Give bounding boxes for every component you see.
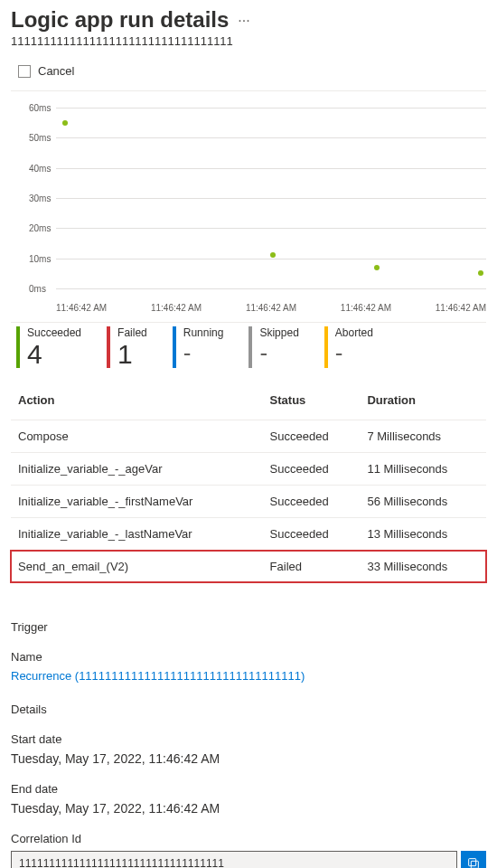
cell-action: Initialize_variable_-_ageVar — [11, 453, 263, 486]
cell-duration: 11 Milliseconds — [360, 453, 486, 486]
chart-data-point[interactable] — [62, 120, 68, 126]
status-value: 4 — [27, 341, 81, 368]
table-row[interactable]: Initialize_variable_-_lastNameVarSucceed… — [11, 518, 486, 551]
chart-y-tick: 20ms — [29, 223, 51, 233]
start-date-label: Start date — [11, 732, 486, 746]
chart-y-tick: 50ms — [29, 133, 51, 143]
start-date-value: Tuesday, May 17, 2022, 11:46:42 AM — [11, 751, 486, 766]
status-bar-icon — [324, 326, 328, 368]
status-card-aborted[interactable]: Aborted- — [324, 326, 373, 368]
chart-gridline — [56, 137, 486, 138]
cell-status: Succeeded — [263, 420, 361, 453]
trigger-name-link[interactable]: Recurrence (1111111111111111111111111111… — [11, 669, 486, 683]
status-summary: Succeeded4Failed1Running-Skipped-Aborted… — [11, 323, 486, 384]
run-id: 1111111111111111111111111111111111 — [11, 34, 486, 48]
details-section-label: Details — [11, 703, 486, 716]
chart-x-tick: 11:46:42 AM — [151, 303, 202, 313]
cell-duration: 56 Milliseconds — [360, 486, 486, 518]
trigger-section-label: Trigger — [11, 620, 486, 634]
status-label: Aborted — [335, 326, 373, 339]
chart-gridline — [56, 288, 486, 289]
table-row[interactable]: ComposeSucceeded7 Milliseconds — [11, 420, 486, 453]
end-date-value: Tuesday, May 17, 2022, 11:46:42 AM — [11, 801, 486, 816]
correlation-id-label: Correlation Id — [11, 832, 486, 845]
chart-data-point[interactable] — [270, 252, 276, 258]
chart-gridline — [56, 198, 486, 199]
cell-action: Compose — [11, 420, 263, 453]
chart-y-tick: 0ms — [29, 284, 46, 294]
chart-gridline — [56, 228, 486, 229]
status-value: - — [335, 341, 373, 364]
chart-gridline — [56, 108, 486, 108]
cell-duration: 33 Milliseconds — [360, 551, 486, 583]
status-card-running[interactable]: Running- — [173, 326, 224, 368]
chart-x-tick: 11:46:42 AM — [56, 303, 107, 313]
chart-y-tick: 30ms — [29, 193, 51, 203]
duration-chart: 0ms10ms20ms30ms40ms50ms60ms 11:46:42 AM1… — [11, 91, 486, 323]
copy-button[interactable] — [461, 851, 486, 868]
cancel-button[interactable]: Cancel — [11, 59, 486, 91]
status-value: - — [259, 341, 298, 364]
status-card-skipped[interactable]: Skipped- — [248, 326, 298, 368]
col-action[interactable]: Action — [11, 384, 263, 420]
cell-duration: 13 Milliseconds — [360, 518, 486, 551]
status-bar-icon — [16, 326, 20, 368]
cancel-label: Cancel — [38, 64, 74, 78]
status-bar-icon — [248, 326, 252, 368]
correlation-id-field[interactable] — [11, 851, 457, 868]
chart-x-tick: 11:46:42 AM — [436, 303, 486, 313]
cell-action: Initialize_variable_-_firstNameVar — [11, 486, 263, 518]
status-card-succeeded[interactable]: Succeeded4 — [16, 326, 81, 368]
trigger-name-label: Name — [11, 650, 486, 664]
chart-data-point[interactable] — [478, 270, 483, 276]
svg-rect-0 — [471, 861, 478, 868]
cell-status: Succeeded — [263, 486, 361, 518]
chart-data-point[interactable] — [374, 265, 380, 270]
copy-icon — [466, 856, 481, 868]
cell-action: Send_an_email_(V2) — [11, 551, 263, 583]
cell-duration: 7 Milliseconds — [360, 420, 486, 453]
cancel-checkbox-icon — [18, 65, 31, 78]
actions-table: Action Status Duration ComposeSucceeded7… — [11, 384, 486, 582]
chart-y-tick: 10ms — [29, 253, 51, 263]
cell-status: Succeeded — [263, 518, 361, 551]
chart-gridline — [56, 168, 486, 169]
end-date-label: End date — [11, 782, 486, 796]
table-row[interactable]: Send_an_email_(V2)Failed33 Milliseconds — [11, 551, 486, 583]
status-bar-icon — [173, 326, 176, 368]
chart-x-tick: 11:46:42 AM — [246, 303, 296, 313]
status-value: 1 — [117, 341, 147, 368]
status-label: Skipped — [259, 326, 298, 339]
col-duration[interactable]: Duration — [360, 384, 486, 420]
status-label: Succeeded — [27, 326, 81, 339]
more-icon[interactable]: ··· — [238, 13, 249, 29]
chart-y-tick: 60ms — [29, 103, 51, 113]
col-status[interactable]: Status — [263, 384, 361, 420]
page-title: Logic app run details — [11, 7, 229, 33]
status-label: Failed — [117, 326, 147, 339]
status-label: Running — [183, 326, 224, 339]
chart-gridline — [56, 259, 486, 259]
status-card-failed[interactable]: Failed1 — [107, 326, 147, 368]
chart-x-tick: 11:46:42 AM — [341, 303, 391, 313]
table-row[interactable]: Initialize_variable_-_firstNameVarSuccee… — [11, 486, 486, 518]
status-bar-icon — [107, 326, 110, 368]
cell-action: Initialize_variable_-_lastNameVar — [11, 518, 263, 551]
chart-y-tick: 40ms — [29, 163, 51, 173]
table-row[interactable]: Initialize_variable_-_ageVarSucceeded11 … — [11, 453, 486, 486]
cell-status: Succeeded — [263, 453, 361, 486]
status-value: - — [183, 341, 224, 364]
cell-status: Failed — [263, 551, 361, 583]
svg-rect-1 — [469, 859, 476, 866]
